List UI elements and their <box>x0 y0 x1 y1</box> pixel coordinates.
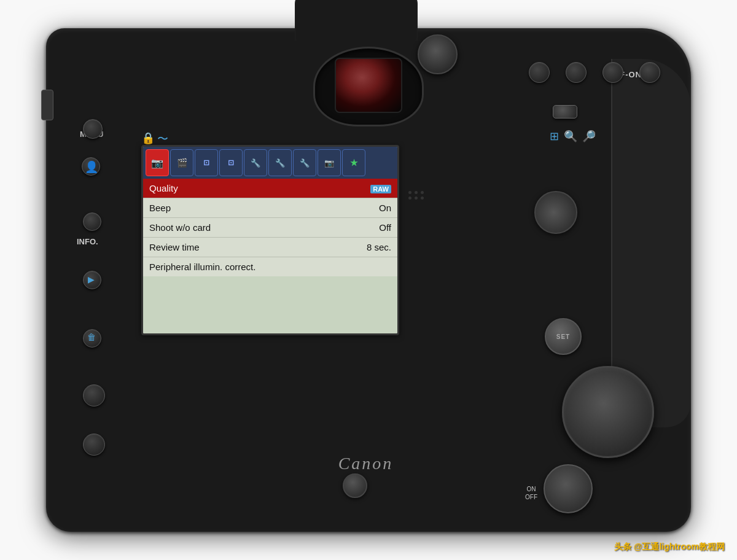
button-top-right-3[interactable] <box>602 62 623 83</box>
curve-icon: 〜 <box>157 131 168 146</box>
strap-lug <box>41 90 53 120</box>
info-label: INFO. <box>77 237 98 246</box>
on-label: ON <box>525 485 537 493</box>
tab-wrench2[interactable]: 🔧 <box>268 149 292 176</box>
menu-item-peripheral-illumin[interactable]: Peripheral illumin. correct. <box>143 257 397 276</box>
sub-dial[interactable] <box>418 34 458 74</box>
tab-wrench1[interactable]: 🔧 <box>244 149 267 176</box>
button-top-right-1[interactable] <box>529 62 550 83</box>
camera-wrapper: AF-ON MENU INFO. 🔒 〜 ⊞ 🔍 🔎 👤 ▶ 🗑 <box>0 0 737 560</box>
button-play[interactable]: ▶ <box>83 271 101 289</box>
viewfinder-glass <box>335 58 402 113</box>
beep-label: Beep <box>149 203 379 213</box>
review-time-label: Review time <box>149 242 367 252</box>
tab-wrench3[interactable]: 🔧 <box>293 149 316 176</box>
lcd-screen: 📷 🎬 ⊡ ⊡ 🔧 <box>141 145 399 335</box>
menu-item-quality[interactable]: Quality RAW <box>143 179 397 198</box>
pentaprism-hump <box>295 0 418 41</box>
tab-camera2[interactable]: 📷 <box>318 149 341 176</box>
quality-label: Quality <box>149 183 370 193</box>
lcd-display: 📷 🎬 ⊡ ⊡ 🔧 <box>143 147 397 333</box>
star-tab-icon: ★ <box>350 158 358 168</box>
zoom-icons: ⊞ 🔍 🔎 <box>550 130 596 143</box>
wrench1-tab-icon: 🔧 <box>251 158 260 168</box>
button-top-right-2[interactable] <box>566 62 587 83</box>
viewfinder-eyecup <box>313 47 424 126</box>
grid-zoom-icon: ⊞ <box>550 130 559 143</box>
set-button[interactable]: SET <box>545 318 582 355</box>
wrench3-tab-icon: 🔧 <box>300 158 310 168</box>
zoom-in-icon: 🔎 <box>582 130 596 143</box>
canon-logo: Canon <box>338 454 394 473</box>
menu-tab-bar: 📷 🎬 ⊡ ⊡ 🔧 <box>143 147 397 179</box>
button-people[interactable]: 👤 <box>82 157 100 176</box>
main-dial[interactable]: SET <box>562 366 654 458</box>
tab-af2[interactable]: ⊡ <box>219 149 243 176</box>
quality-value: RAW <box>370 183 391 193</box>
lock-icon: 🔒 <box>141 131 155 146</box>
button-left-7[interactable] <box>83 434 105 456</box>
menu-item-review-time[interactable]: Review time 8 sec. <box>143 238 397 257</box>
menu-item-beep[interactable]: Beep On <box>143 198 397 218</box>
button-left-1[interactable] <box>83 119 103 139</box>
tab-star[interactable]: ★ <box>342 149 365 176</box>
button-trash[interactable]: 🗑 <box>83 329 101 348</box>
set-label: SET <box>556 333 570 340</box>
watermark: 头条 @互通lightroom教程网 <box>614 542 725 553</box>
camera-body: AF-ON MENU INFO. 🔒 〜 ⊞ 🔍 🔎 👤 ▶ 🗑 <box>46 28 691 532</box>
button-left-6[interactable] <box>83 384 105 406</box>
review-time-value: 8 sec. <box>367 242 391 252</box>
af2-tab-icon: ⊡ <box>228 158 234 167</box>
peripheral-illumin-label: Peripheral illumin. correct. <box>149 262 391 272</box>
zoom-out-icon: 🔍 <box>564 130 577 143</box>
quick-control-icons: 🔒 〜 <box>141 131 168 146</box>
off-label: OFF <box>525 493 537 501</box>
button-top-right-4[interactable] <box>639 62 660 83</box>
af-on-button[interactable] <box>553 105 577 119</box>
beep-value: On <box>379 203 391 213</box>
shoot-no-card-value: Off <box>379 222 391 233</box>
viewfinder <box>307 47 430 133</box>
shoot2-tab-icon: 🎬 <box>177 158 187 168</box>
menu-content: Quality RAW Beep On Shoot w/o card Off <box>143 179 397 276</box>
power-switch-label: ON OFF <box>525 485 537 501</box>
wrench2-tab-icon: 🔧 <box>275 158 285 168</box>
tab-shoot2[interactable]: 🎬 <box>170 149 193 176</box>
speaker-grille <box>408 191 424 200</box>
af1-tab-icon: ⊡ <box>203 158 209 167</box>
quick-control-dial[interactable] <box>534 191 577 234</box>
tab-af1[interactable]: ⊡ <box>195 149 218 176</box>
menu-item-shoot-no-card[interactable]: Shoot w/o card Off <box>143 218 397 238</box>
raw-badge: RAW <box>370 185 391 193</box>
shoot-tab-icon: 📷 <box>151 157 163 169</box>
camera2-tab-icon: 📷 <box>324 158 334 168</box>
button-left-3[interactable] <box>83 212 101 231</box>
tab-shoot1[interactable]: 📷 <box>146 149 169 176</box>
shoot-no-card-label: Shoot w/o card <box>149 222 379 233</box>
mode-dial[interactable] <box>544 464 593 513</box>
bottom-center-button[interactable] <box>343 473 367 498</box>
